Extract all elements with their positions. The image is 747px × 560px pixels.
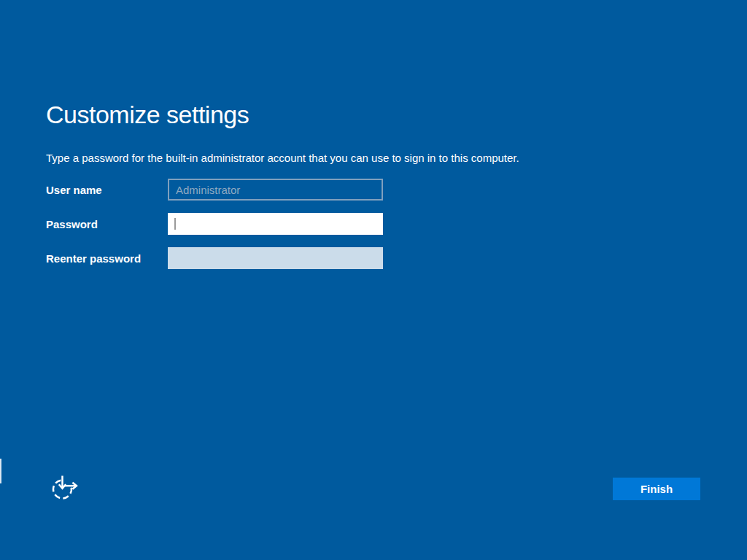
admin-account-form: User name Password Reenter password bbox=[46, 179, 383, 281]
form-row-reenter-password: Reenter password bbox=[46, 247, 383, 269]
password-input[interactable] bbox=[168, 213, 383, 235]
oobe-customize-settings-screen: Customize settings Type a password for t… bbox=[0, 0, 747, 560]
form-row-password: Password bbox=[46, 213, 383, 235]
reenter-password-field-wrap bbox=[168, 247, 383, 269]
page-title: Customize settings bbox=[46, 101, 249, 129]
username-input[interactable] bbox=[168, 179, 383, 201]
finish-button[interactable]: Finish bbox=[613, 478, 700, 500]
form-row-username: User name bbox=[46, 179, 383, 201]
page-description: Type a password for the built-in adminis… bbox=[46, 152, 519, 164]
password-field-wrap bbox=[168, 213, 383, 235]
password-label: Password bbox=[46, 218, 168, 230]
ease-of-access-icon bbox=[52, 475, 78, 501]
username-label: User name bbox=[46, 184, 168, 196]
reenter-password-label: Reenter password bbox=[46, 252, 168, 265]
ease-of-access-button[interactable] bbox=[50, 473, 80, 504]
reenter-password-input[interactable] bbox=[168, 247, 383, 269]
left-edge-artifact bbox=[0, 459, 1, 483]
text-caret bbox=[174, 218, 176, 230]
username-field-wrap bbox=[168, 179, 383, 201]
